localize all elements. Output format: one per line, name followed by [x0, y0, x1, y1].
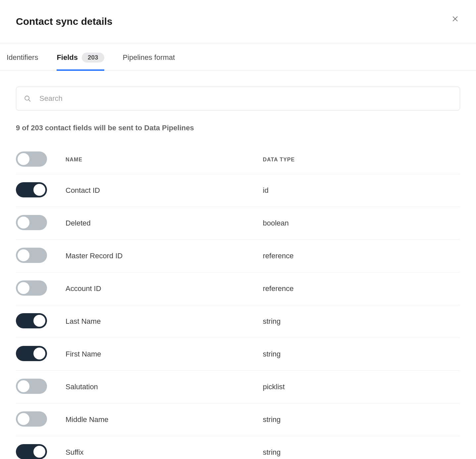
field-toggle[interactable] [16, 182, 47, 197]
toggle-knob [18, 413, 29, 425]
column-header-name: NAME [66, 157, 263, 163]
column-header-data-type: DATA TYPE [263, 157, 460, 163]
field-data-type: string [263, 317, 460, 326]
fields-table: NAME DATA TYPE Contact ID id Deleted boo… [16, 146, 460, 459]
contact-sync-details-modal: Contact sync details Identifiers Fields … [0, 0, 476, 459]
table-row: Account ID reference [16, 272, 460, 305]
close-button[interactable] [450, 14, 460, 24]
field-toggle[interactable] [16, 280, 47, 296]
search-wrap [16, 87, 460, 110]
field-name: Account ID [66, 284, 263, 293]
toggle-knob [18, 217, 29, 229]
search-icon [24, 95, 31, 102]
table-row: Suffix string [16, 436, 460, 459]
tab-identifiers[interactable]: Identifiers [7, 43, 38, 70]
field-name: Contact ID [66, 186, 263, 195]
field-data-type: id [263, 186, 460, 195]
table-row: Salutation picklist [16, 371, 460, 403]
status-text: 9 of 203 contact fields will be sent to … [16, 124, 460, 132]
tab-identifiers-label: Identifiers [7, 53, 38, 62]
table-row: Deleted boolean [16, 207, 460, 240]
field-toggle[interactable] [16, 346, 47, 361]
page-title: Contact sync details [16, 16, 113, 27]
modal-header: Contact sync details [0, 0, 476, 43]
close-icon [452, 15, 459, 22]
svg-line-1 [28, 100, 30, 101]
field-toggle[interactable] [16, 379, 47, 394]
toggle-knob [33, 348, 45, 359]
tab-fields[interactable]: Fields 203 [57, 43, 104, 70]
tabs: Identifiers Fields 203 Pipelines format [0, 43, 476, 71]
field-data-type: boolean [263, 219, 460, 228]
tab-content: 9 of 203 contact fields will be sent to … [0, 71, 476, 459]
field-data-type: picklist [263, 383, 460, 391]
field-data-type: reference [263, 252, 460, 260]
field-toggle[interactable] [16, 444, 47, 459]
table-row: Last Name string [16, 305, 460, 338]
tab-pipelines-format-label: Pipelines format [123, 53, 175, 62]
tab-fields-count-badge: 203 [82, 53, 104, 63]
table-row: Contact ID id [16, 174, 460, 207]
field-data-type: string [263, 448, 460, 457]
toggle-knob [18, 282, 29, 294]
field-name: Middle Name [66, 415, 263, 424]
search-input[interactable] [16, 87, 460, 110]
field-name: Last Name [66, 317, 263, 326]
tab-fields-label: Fields [57, 53, 78, 62]
field-name: Salutation [66, 383, 263, 391]
toggle-knob [18, 380, 29, 392]
table-body: Contact ID id Deleted boolean Master Rec… [16, 174, 460, 459]
toggle-knob [33, 446, 45, 458]
field-name: First Name [66, 350, 263, 358]
field-data-type: string [263, 350, 460, 358]
field-name: Deleted [66, 219, 263, 228]
toggle-knob [33, 315, 45, 327]
field-data-type: string [263, 415, 460, 424]
master-toggle[interactable] [16, 151, 47, 167]
table-row: First Name string [16, 338, 460, 371]
toggle-knob [18, 153, 29, 165]
field-data-type: reference [263, 284, 460, 293]
table-row: Master Record ID reference [16, 240, 460, 272]
field-name: Master Record ID [66, 252, 263, 260]
table-row: Middle Name string [16, 403, 460, 436]
field-toggle[interactable] [16, 411, 47, 427]
field-toggle[interactable] [16, 313, 47, 328]
toggle-knob [18, 249, 29, 261]
toggle-knob [33, 184, 45, 196]
table-header-row: NAME DATA TYPE [16, 146, 460, 174]
field-toggle[interactable] [16, 215, 47, 230]
field-toggle[interactable] [16, 248, 47, 263]
field-name: Suffix [66, 448, 263, 457]
tab-pipelines-format[interactable]: Pipelines format [123, 43, 175, 70]
